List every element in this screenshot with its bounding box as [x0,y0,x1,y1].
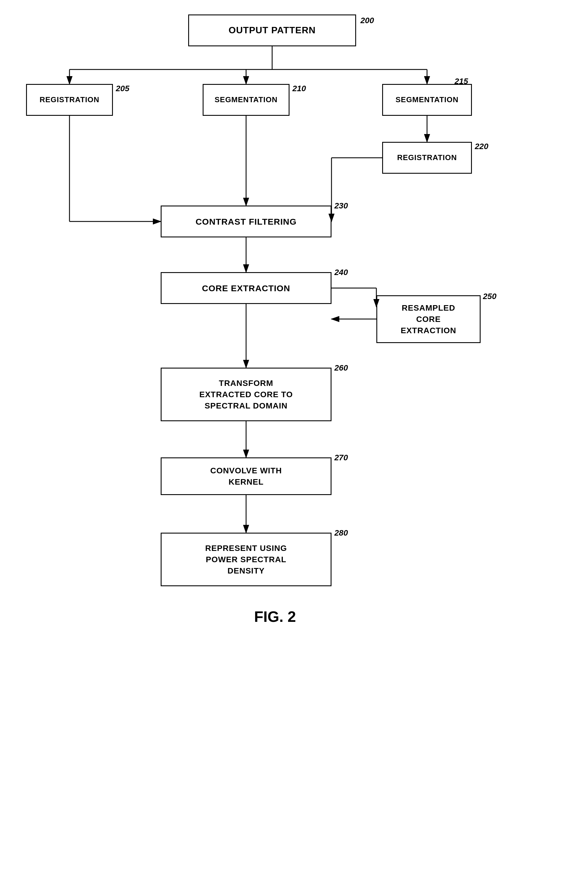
ref-250: 250 [483,292,496,301]
core-extraction-label: CORE EXTRACTION [202,282,290,294]
segmentation-mid-box: SEGMENTATION [202,84,290,116]
ref-240: 240 [334,268,348,277]
contrast-filtering-box: CONTRAST FILTERING [160,206,332,237]
registration-right-label: REGISTRATION [397,153,457,163]
ref-210: 210 [292,84,306,93]
output-pattern-box: OUTPUT PATTERN [188,15,356,46]
ref-270: 270 [334,453,348,462]
registration-right-box: REGISTRATION [382,142,472,174]
convolve-kernel-label: CONVOLVE WITH KERNEL [210,465,282,488]
ref-215: 215 [454,77,468,86]
segmentation-right-label: SEGMENTATION [396,95,459,105]
registration-left-box: REGISTRATION [26,84,113,116]
ref-260: 260 [334,363,348,373]
represent-psd-box: REPRESENT USING POWER SPECTRAL DENSITY [160,532,332,586]
ref-220: 220 [475,142,488,151]
ref-200: 200 [360,16,374,25]
segmentation-mid-label: SEGMENTATION [214,95,278,105]
flow-arrows [0,0,588,885]
ref-280: 280 [334,528,348,538]
output-pattern-label: OUTPUT PATTERN [229,24,316,36]
segmentation-right-box: SEGMENTATION [382,84,472,116]
resampled-core-label: RESAMPLED CORE EXTRACTION [400,302,456,336]
convolve-kernel-box: CONVOLVE WITH KERNEL [160,458,332,495]
resampled-core-box: RESAMPLED CORE EXTRACTION [376,295,481,343]
ref-205: 205 [116,84,129,93]
transform-spectral-label: TRANSFORM EXTRACTED CORE TO SPECTRAL DOM… [200,378,293,412]
represent-psd-label: REPRESENT USING POWER SPECTRAL DENSITY [205,543,287,577]
ref-230: 230 [334,201,348,210]
figure-label: FIG. 2 [232,608,318,626]
core-extraction-box: CORE EXTRACTION [160,272,332,304]
transform-spectral-box: TRANSFORM EXTRACTED CORE TO SPECTRAL DOM… [160,368,332,421]
diagram: OUTPUT PATTERN 200 REGISTRATION 205 SEGM… [0,0,588,885]
contrast-filtering-label: CONTRAST FILTERING [195,216,297,227]
registration-left-label: REGISTRATION [40,95,100,105]
